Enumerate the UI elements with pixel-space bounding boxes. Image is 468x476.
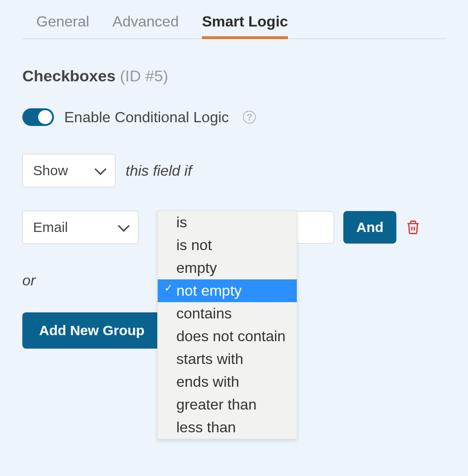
tabs-bar: General Advanced Smart Logic — [22, 0, 446, 39]
show-hide-select[interactable]: Show — [22, 154, 115, 187]
tab-general[interactable]: General — [36, 13, 89, 39]
operator-option-greater-than[interactable]: greater than — [158, 393, 297, 416]
chevron-down-icon — [94, 163, 106, 175]
operator-option-is[interactable]: is — [158, 211, 297, 234]
tab-advanced[interactable]: Advanced — [113, 13, 179, 39]
operator-option-contains[interactable]: contains — [158, 302, 297, 325]
enable-logic-toggle[interactable] — [22, 108, 54, 126]
field-select-value: Email — [33, 219, 68, 235]
show-hide-suffix: this field if — [126, 162, 192, 179]
tab-smart-logic[interactable]: Smart Logic — [202, 13, 288, 39]
help-icon[interactable]: ? — [243, 111, 256, 124]
trash-icon[interactable] — [406, 220, 421, 235]
section-title: Checkboxes (ID #5) — [22, 67, 446, 85]
operator-option-ends-with[interactable]: ends with — [158, 370, 297, 393]
toggle-knob — [38, 110, 52, 124]
show-hide-value: Show — [33, 163, 68, 178]
chevron-down-icon — [118, 220, 129, 231]
operator-option-less-than[interactable]: less than — [158, 416, 297, 439]
condition-row: Email And is is not empty not empty cont… — [22, 211, 446, 244]
field-select[interactable]: Email — [22, 211, 139, 244]
operator-option-empty[interactable]: empty — [158, 257, 297, 279]
field-id-label: (ID #5) — [120, 67, 168, 85]
operator-option-is-not[interactable]: is not — [158, 234, 297, 257]
operator-option-does-not-contain[interactable]: does not contain — [158, 325, 297, 348]
add-new-group-button[interactable]: Add New Group — [22, 312, 161, 349]
operator-dropdown[interactable]: is is not empty not empty contains does … — [157, 211, 297, 439]
field-type-label: Checkboxes — [22, 67, 115, 85]
enable-logic-label: Enable Conditional Logic — [64, 109, 229, 126]
operator-option-starts-with[interactable]: starts with — [158, 348, 297, 370]
operator-option-not-empty[interactable]: not empty — [158, 279, 297, 302]
show-hide-row: Show this field if — [22, 154, 446, 187]
enable-logic-row: Enable Conditional Logic ? — [22, 108, 446, 126]
and-button[interactable]: And — [343, 211, 396, 244]
